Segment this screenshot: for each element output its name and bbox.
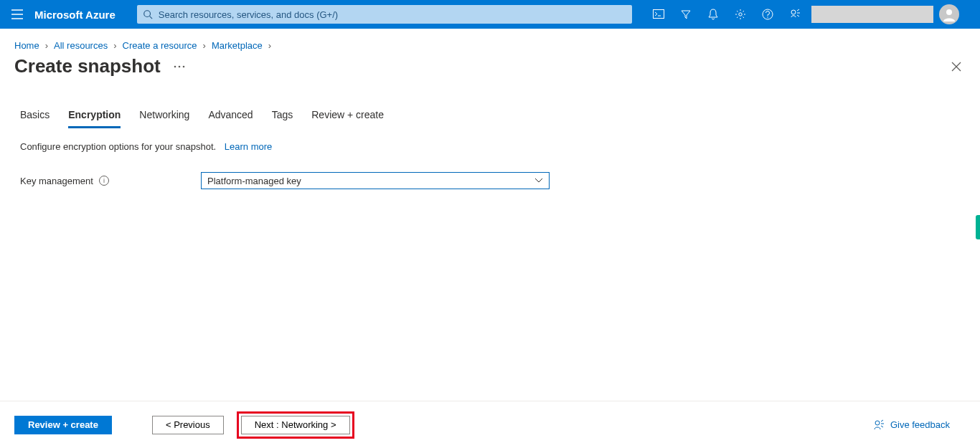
help-button[interactable] xyxy=(754,0,781,29)
breadcrumb-sep: › xyxy=(45,40,48,51)
filter-icon xyxy=(680,9,692,20)
ellipsis-icon xyxy=(174,65,185,68)
svg-point-3 xyxy=(144,11,151,17)
svg-point-12 xyxy=(174,65,176,67)
wizard-footer: Review + create < Previous Next : Networ… xyxy=(0,401,980,448)
previous-button[interactable]: < Previous xyxy=(152,416,224,434)
svg-point-17 xyxy=(875,421,880,425)
directories-button[interactable] xyxy=(672,0,699,29)
key-management-select[interactable]: Platform-managed key xyxy=(201,172,550,189)
svg-rect-5 xyxy=(653,10,664,19)
key-management-label: Key management i xyxy=(20,176,201,186)
person-icon xyxy=(942,7,956,22)
cloud-shell-icon xyxy=(653,9,664,19)
tab-advanced[interactable]: Advanced xyxy=(208,109,253,128)
review-create-button[interactable]: Review + create xyxy=(14,416,112,434)
help-icon xyxy=(762,9,773,20)
svg-point-14 xyxy=(182,65,184,67)
svg-line-4 xyxy=(149,16,152,19)
wizard-tabs: Basics Encryption Networking Advanced Ta… xyxy=(0,85,980,128)
tab-encryption[interactable]: Encryption xyxy=(68,109,121,128)
user-avatar[interactable] xyxy=(939,4,959,24)
more-actions-button[interactable] xyxy=(174,65,185,68)
bell-icon xyxy=(708,9,718,20)
megaphone-icon xyxy=(789,9,801,20)
search-container xyxy=(137,5,632,24)
settings-button[interactable] xyxy=(727,0,754,29)
gear-icon xyxy=(735,9,746,20)
tab-basics[interactable]: Basics xyxy=(20,109,50,128)
side-feedback-tab[interactable] xyxy=(976,215,980,239)
close-blade-button[interactable] xyxy=(951,62,966,72)
breadcrumb: Home › All resources › Create a resource… xyxy=(0,29,980,54)
svg-point-9 xyxy=(767,16,768,17)
feedback-header-button[interactable] xyxy=(781,0,809,29)
svg-point-11 xyxy=(946,9,952,15)
next-button[interactable]: Next : Networking > xyxy=(241,416,350,434)
breadcrumb-marketplace[interactable]: Marketplace xyxy=(212,40,263,51)
hamburger-icon xyxy=(11,9,23,19)
breadcrumb-sep: › xyxy=(113,40,116,51)
key-management-row: Key management i Platform-managed key xyxy=(0,152,980,189)
page-title: Create snapshot xyxy=(14,55,161,77)
breadcrumb-sep: › xyxy=(268,40,271,51)
tab-review-create[interactable]: Review + create xyxy=(311,109,384,128)
next-button-highlight: Next : Networking > xyxy=(237,411,354,439)
give-feedback-label: Give feedback xyxy=(890,419,950,430)
notifications-button[interactable] xyxy=(699,0,727,29)
azure-top-header: Microsoft Azure xyxy=(0,0,980,29)
global-search[interactable] xyxy=(137,5,632,24)
description-text: Configure encryption options for your sn… xyxy=(20,141,216,152)
svg-point-10 xyxy=(791,10,796,14)
account-info-box[interactable] xyxy=(811,6,933,23)
key-management-label-text: Key management xyxy=(20,176,93,186)
info-icon[interactable]: i xyxy=(99,176,109,186)
key-management-value: Platform-managed key xyxy=(207,176,301,186)
learn-more-link[interactable]: Learn more xyxy=(225,141,272,152)
search-icon xyxy=(143,9,153,19)
give-feedback-link[interactable]: Give feedback xyxy=(873,419,966,431)
cloud-shell-button[interactable] xyxy=(645,0,672,29)
hamburger-menu-button[interactable] xyxy=(0,0,34,29)
svg-point-7 xyxy=(739,13,742,16)
breadcrumb-sep: › xyxy=(203,40,206,51)
breadcrumb-home[interactable]: Home xyxy=(14,40,39,51)
chevron-down-icon xyxy=(534,178,543,184)
breadcrumb-create-resource[interactable]: Create a resource xyxy=(123,40,197,51)
encryption-description: Configure encryption options for your sn… xyxy=(0,128,980,152)
brand-label[interactable]: Microsoft Azure xyxy=(34,9,130,21)
header-icon-bar xyxy=(645,0,966,29)
tab-tags[interactable]: Tags xyxy=(272,109,293,128)
close-icon xyxy=(951,62,961,72)
feedback-person-icon xyxy=(873,419,885,431)
svg-point-13 xyxy=(178,65,180,67)
breadcrumb-all-resources[interactable]: All resources xyxy=(54,40,108,51)
title-row: Create snapshot xyxy=(0,54,980,85)
tab-networking[interactable]: Networking xyxy=(139,109,189,128)
search-input[interactable] xyxy=(153,9,632,20)
